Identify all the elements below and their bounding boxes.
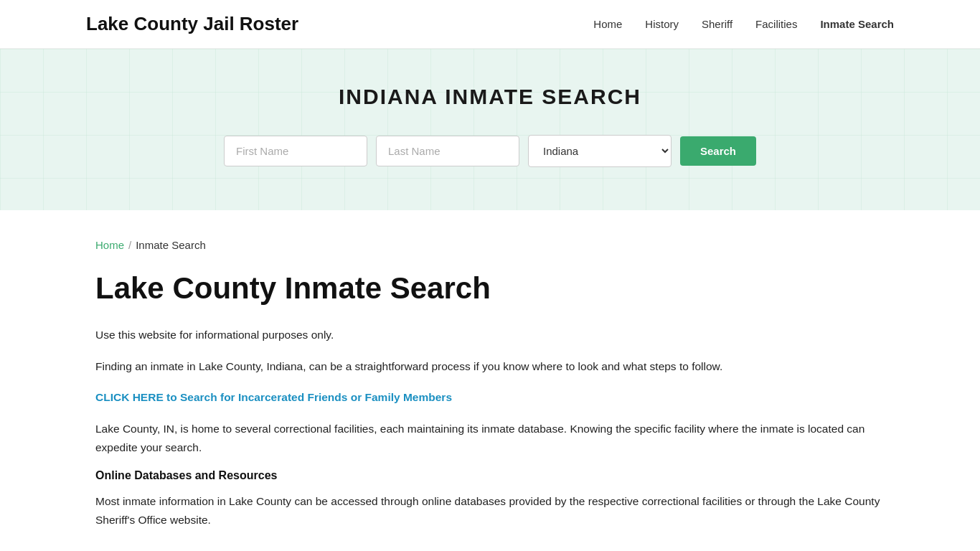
state-select[interactable]: Indiana Illinois Ohio Michigan Wisconsin	[528, 135, 672, 167]
paragraph-1: Use this website for informational purpo…	[95, 326, 885, 344]
site-header: Lake County Jail Roster Home History She…	[0, 0, 980, 49]
breadcrumb-current: Inmate Search	[136, 239, 206, 251]
hero-title: INDIANA INMATE SEARCH	[0, 85, 980, 109]
site-logo[interactable]: Lake County Jail Roster	[86, 13, 298, 35]
main-content: Home / Inmate Search Lake County Inmate …	[81, 210, 899, 551]
last-name-input[interactable]	[376, 136, 519, 166]
cta-paragraph: CLICK HERE to Search for Incarcerated Fr…	[95, 388, 885, 407]
nav-inmate-search[interactable]: Inmate Search	[820, 18, 894, 30]
search-button[interactable]: Search	[680, 136, 756, 166]
main-nav: Home History Sheriff Facilities Inmate S…	[593, 18, 894, 30]
paragraph-3: Lake County, IN, is home to several corr…	[95, 420, 885, 456]
nav-sheriff[interactable]: Sheriff	[702, 18, 732, 30]
cta-link[interactable]: CLICK HERE to Search for Incarcerated Fr…	[95, 391, 452, 403]
first-name-input[interactable]	[224, 136, 367, 166]
inmate-search-form: Indiana Illinois Ohio Michigan Wisconsin…	[0, 135, 980, 167]
nav-facilities[interactable]: Facilities	[755, 18, 797, 30]
nav-home[interactable]: Home	[593, 18, 622, 30]
paragraph-2: Finding an inmate in Lake County, Indian…	[95, 357, 885, 376]
breadcrumb-separator: /	[128, 239, 131, 251]
breadcrumb-home[interactable]: Home	[95, 239, 124, 251]
page-title: Lake County Inmate Search	[95, 271, 885, 306]
section-heading: Online Databases and Resources	[95, 469, 885, 482]
hero-banner: INDIANA INMATE SEARCH Indiana Illinois O…	[0, 49, 980, 210]
nav-history[interactable]: History	[645, 18, 679, 30]
paragraph-4: Most inmate information in Lake County c…	[95, 492, 885, 529]
breadcrumb: Home / Inmate Search	[95, 239, 885, 251]
